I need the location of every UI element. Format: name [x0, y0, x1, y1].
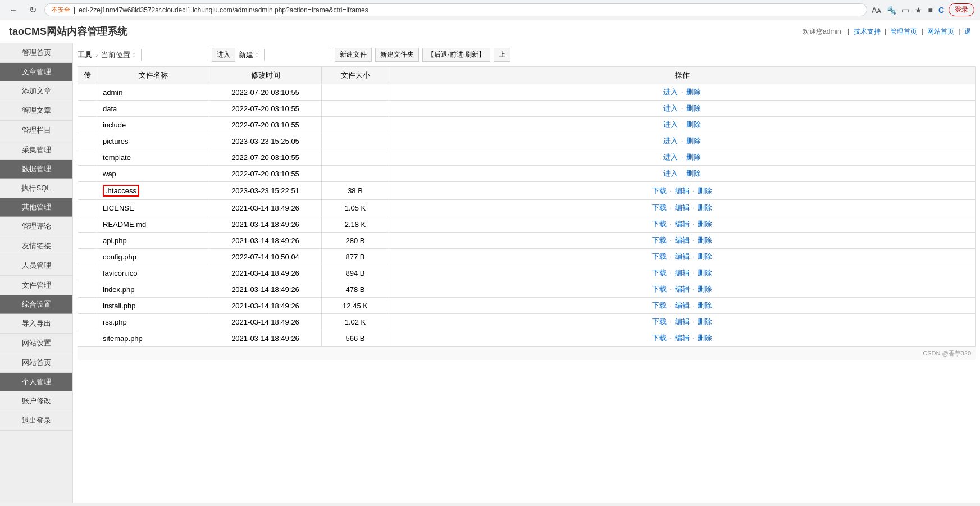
app-container: taoCMS网站内容管理系统 欢迎您admin | 技术支持 | 管理首页 | … — [0, 20, 980, 503]
delete-link[interactable]: 删除 — [698, 334, 712, 342]
delete-link[interactable]: 删除 — [698, 220, 712, 228]
sidebar-item-links[interactable]: 友情链接 — [0, 236, 72, 256]
row-name-cell: LICENSE — [97, 200, 209, 216]
row-time-cell: 2022-07-14 10:50:04 — [209, 249, 322, 265]
row-time-cell: 2021-03-14 18:49:26 — [209, 281, 322, 298]
sidebar-item-manage-column[interactable]: 管理栏目 — [0, 121, 72, 140]
table-row: README.md2021-03-14 18:49:262.18 K下载 · 编… — [78, 216, 976, 233]
admin-home-link[interactable]: 管理首页 — [890, 28, 917, 35]
login-button[interactable]: 登录 — [949, 3, 974, 16]
op-separator: · — [691, 334, 697, 342]
sidebar-item-comments[interactable]: 管理评论 — [0, 217, 72, 236]
top-nav: 欢迎您admin | 技术支持 | 管理首页 | 网站首页 | 退 — [800, 27, 971, 37]
sidebar-item-add-article[interactable]: 添加文章 — [0, 81, 72, 101]
new-folder-button[interactable]: 新建文件夹 — [375, 48, 419, 62]
edit-link[interactable]: 编辑 — [675, 252, 690, 261]
row-checkbox-cell — [78, 249, 97, 265]
edit-link[interactable]: 编辑 — [675, 301, 690, 309]
delete-link[interactable]: 删除 — [686, 136, 701, 145]
delete-link[interactable]: 删除 — [686, 104, 701, 112]
delete-link[interactable]: 删除 — [686, 153, 701, 161]
up-button[interactable]: 上 — [494, 48, 510, 62]
sidebar-item-import-export[interactable]: 导入导出 — [0, 314, 72, 334]
download-link[interactable]: 下载 — [652, 268, 667, 277]
address-bar[interactable]: 不安全 | eci-2zej1nm47w68id3572sr.cloudeci1… — [44, 3, 867, 16]
enter-link[interactable]: 进入 — [663, 120, 678, 129]
site-home-link[interactable]: 网站首页 — [927, 28, 954, 35]
delete-link[interactable]: 删除 — [698, 236, 712, 244]
path-input[interactable] — [141, 49, 208, 61]
enter-link[interactable]: 进入 — [663, 153, 678, 161]
download-link[interactable]: 下载 — [652, 334, 667, 342]
sidebar-item-manage-article[interactable]: 管理文章 — [0, 101, 72, 121]
delete-link[interactable]: 删除 — [698, 301, 712, 309]
delete-link[interactable]: 删除 — [698, 186, 712, 195]
row-time-cell: 2021-03-14 18:49:26 — [209, 233, 322, 249]
sidebar-item-home[interactable]: 管理首页 — [0, 43, 72, 63]
download-link[interactable]: 下载 — [652, 301, 667, 309]
enter-link[interactable]: 进入 — [663, 88, 678, 96]
sidebar-item-logout[interactable]: 退出登录 — [0, 411, 72, 431]
download-link[interactable]: 下载 — [652, 236, 667, 244]
content-area: 工具 › 当前位置： 进入 新建： 新建文件 新建文件夹 【后退·前进·刷新】 … — [73, 43, 980, 503]
back-button[interactable]: ← — [6, 4, 21, 16]
cast-icon[interactable]: ▭ — [902, 6, 909, 15]
edit-link[interactable]: 编辑 — [675, 220, 690, 228]
delete-link[interactable]: 删除 — [698, 203, 712, 212]
sidebar-item-users[interactable]: 人员管理 — [0, 256, 72, 276]
op-separator: · — [668, 334, 674, 342]
op-separator: · — [691, 301, 697, 309]
delete-link[interactable]: 删除 — [686, 88, 701, 96]
op-separator: · — [691, 285, 697, 293]
edit-link[interactable]: 编辑 — [675, 186, 690, 195]
row-time-cell: 2022-07-20 03:10:55 — [209, 117, 322, 133]
sidebar-item-execute-sql[interactable]: 执行SQL — [0, 179, 72, 198]
sidebar-item-account[interactable]: 账户修改 — [0, 391, 72, 411]
new-name-input[interactable] — [264, 49, 331, 61]
edit-link[interactable]: 编辑 — [675, 236, 690, 244]
translate-icon[interactable]: 🔩 — [887, 6, 896, 15]
download-link[interactable]: 下载 — [652, 317, 667, 326]
delete-link[interactable]: 删除 — [686, 169, 701, 177]
tech-support-link[interactable]: 技术支持 — [854, 28, 881, 35]
enter-link[interactable]: 进入 — [663, 169, 678, 177]
delete-link[interactable]: 删除 — [698, 317, 712, 326]
logout-link[interactable]: 退 — [964, 28, 971, 35]
delete-link[interactable]: 删除 — [686, 120, 701, 129]
forward-button[interactable]: ↻ — [26, 3, 40, 16]
profile-icon[interactable]: C — [938, 6, 944, 15]
highlighted-filename[interactable]: .htaccess — [103, 185, 139, 197]
table-row: install.php2021-03-14 18:49:2612.45 K下载 … — [78, 298, 976, 314]
enter-link[interactable]: 进入 — [663, 104, 678, 112]
download-link[interactable]: 下载 — [652, 285, 667, 293]
row-checkbox-cell — [78, 200, 97, 216]
enter-button[interactable]: 进入 — [212, 48, 235, 62]
edit-link[interactable]: 编辑 — [675, 203, 690, 212]
font-icon[interactable]: Aᴀ — [872, 6, 881, 15]
table-row: template2022-07-20 03:10:55进入 · 删除 — [78, 149, 976, 166]
download-link[interactable]: 下载 — [652, 203, 667, 212]
enter-link[interactable]: 进入 — [663, 136, 678, 145]
row-size-cell: 1.02 K — [322, 314, 389, 330]
extension-icon[interactable]: ■ — [928, 6, 932, 15]
sidebar-item-collection[interactable]: 采集管理 — [0, 140, 72, 160]
row-checkbox-cell — [78, 265, 97, 281]
delete-link[interactable]: 删除 — [698, 268, 712, 277]
delete-link[interactable]: 删除 — [698, 252, 712, 261]
bookmark-icon[interactable]: ★ — [915, 6, 922, 15]
nav-button[interactable]: 【后退·前进·刷新】 — [422, 48, 490, 62]
download-link[interactable]: 下载 — [652, 220, 667, 228]
delete-link[interactable]: 删除 — [698, 285, 712, 293]
row-time-cell: 2022-07-20 03:10:55 — [209, 84, 322, 101]
download-link[interactable]: 下载 — [652, 186, 667, 195]
sidebar-item-files[interactable]: 文件管理 — [0, 276, 72, 295]
row-name-cell: wap — [97, 166, 209, 182]
edit-link[interactable]: 编辑 — [675, 317, 690, 326]
edit-link[interactable]: 编辑 — [675, 268, 690, 277]
new-file-button[interactable]: 新建文件 — [335, 48, 372, 62]
sidebar-item-site-settings[interactable]: 网站设置 — [0, 334, 72, 353]
edit-link[interactable]: 编辑 — [675, 285, 690, 293]
download-link[interactable]: 下载 — [652, 252, 667, 261]
sidebar-item-site-home[interactable]: 网站首页 — [0, 353, 72, 373]
edit-link[interactable]: 编辑 — [675, 334, 690, 342]
